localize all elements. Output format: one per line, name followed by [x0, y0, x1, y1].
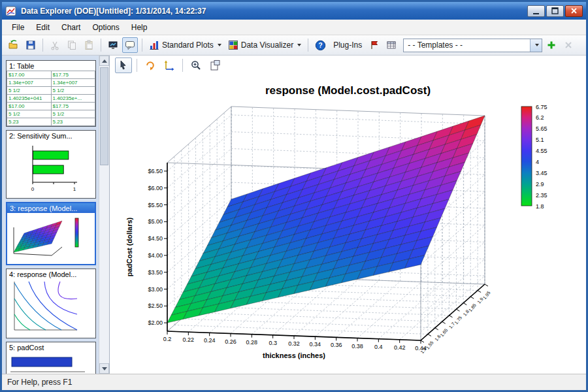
thumbnail-response-contour[interactable]: 4: response (Model...	[6, 269, 96, 338]
thumbnail-sensitivity[interactable]: 2: Sensitivity Sum... 01	[6, 130, 96, 199]
svg-text:1.85: 1.85	[468, 302, 477, 312]
menu-help[interactable]: Help	[125, 21, 154, 34]
plugins-label: Plug-Ins	[330, 41, 365, 50]
toolbar: Standard Plots Data Visualizer ? Plug-In…	[2, 35, 586, 56]
copy-button[interactable]	[64, 37, 80, 53]
svg-text:padCost (dollars): padCost (dollars)	[125, 217, 133, 276]
contour-preview-chart	[7, 279, 93, 335]
chart-toolbar	[110, 56, 586, 75]
axes-tool-button[interactable]	[161, 57, 178, 73]
thumbnail-title: 3: response (Model...	[7, 203, 95, 213]
menu-file[interactable]: File	[6, 21, 30, 34]
paste-button[interactable]	[81, 37, 97, 53]
app-icon	[5, 6, 17, 16]
thumbnail-padcost[interactable]: 5: padCost	[6, 342, 96, 374]
menu-options[interactable]: Options	[86, 21, 125, 34]
svg-text:$2.00: $2.00	[148, 319, 163, 326]
comment-toggle-button[interactable]	[122, 37, 138, 53]
remove-template-button[interactable]	[561, 37, 576, 53]
svg-text:0.32: 0.32	[288, 340, 300, 347]
flag-icon	[369, 40, 380, 50]
thumbnail-title: 2: Sensitivity Sum...	[7, 131, 95, 140]
toolbar-separator	[137, 59, 137, 72]
svg-text:0.22: 0.22	[183, 336, 195, 343]
templates-combobox[interactable]: - - Templates - -	[403, 39, 542, 52]
arrow-up-icon	[102, 59, 107, 63]
svg-text:thickness (inches): thickness (inches)	[263, 351, 325, 359]
svg-text:1.8: 1.8	[536, 203, 544, 210]
plot-title: response (Model.cost.padCost)	[110, 84, 586, 97]
open-button[interactable]	[6, 37, 22, 53]
zoom-icon	[190, 59, 202, 71]
menu-edit[interactable]: Edit	[30, 21, 56, 34]
zoom-button[interactable]	[188, 57, 204, 73]
svg-text:0.3: 0.3	[269, 340, 277, 346]
table-cell: 5 1/2	[7, 87, 52, 95]
thumbnail-scrollbar[interactable]	[99, 56, 109, 374]
thumbnail-title: 1: Table	[7, 61, 95, 71]
plugin-grid-button[interactable]	[384, 37, 399, 53]
svg-text:?: ?	[318, 41, 322, 49]
svg-text:$4.00: $4.00	[148, 252, 163, 259]
templates-dropdown-button[interactable]	[530, 39, 542, 52]
scroll-down-button[interactable]	[99, 363, 109, 374]
svg-text:1.75: 1.75	[453, 315, 463, 325]
refresh-button[interactable]	[142, 57, 159, 73]
plugin-flag-button[interactable]	[367, 37, 382, 53]
layout-button[interactable]	[206, 57, 223, 73]
surface-plot[interactable]: $2.00$2.50$3.00$3.50$4.00$4.50$5.00$5.50…	[112, 99, 531, 368]
svg-text:$4.50: $4.50	[148, 235, 163, 242]
report-view-button[interactable]	[105, 37, 121, 53]
table-cell: 1.34e+007	[51, 79, 95, 87]
standard-plots-label: Standard Plots	[162, 41, 214, 50]
axes-icon	[163, 59, 175, 71]
svg-text:3.45: 3.45	[536, 170, 547, 176]
standard-plots-button[interactable]: Standard Plots	[146, 37, 224, 53]
table-cell: 5 1/2	[51, 87, 95, 95]
table-cell: $17.75	[51, 71, 95, 79]
close-button[interactable]	[565, 5, 583, 17]
svg-text:$5.50: $5.50	[148, 202, 163, 208]
table-cell: 5.23	[7, 118, 52, 126]
add-template-button[interactable]	[544, 37, 559, 53]
status-text: For Help, press F1	[7, 378, 72, 387]
svg-text:4: 4	[536, 159, 539, 165]
scroll-up-button[interactable]	[99, 56, 109, 66]
scrollbar-thumb[interactable]	[100, 67, 108, 165]
svg-text:$6.00: $6.00	[148, 185, 163, 191]
titlebar: Data Explorer (DOE)[Untitled]: 1/31/2014…	[2, 2, 586, 20]
svg-text:5.65: 5.65	[536, 125, 547, 132]
svg-text:0.4: 0.4	[374, 344, 383, 350]
thumbnail-table[interactable]: 1: Table $17.00$17.751.34e+0071.34e+0075…	[6, 60, 96, 127]
help-button[interactable]: ?	[312, 37, 329, 53]
data-visualizer-button[interactable]: Data Visualizer	[225, 37, 304, 53]
minimize-button[interactable]	[527, 5, 545, 17]
scrollbar-track[interactable]	[99, 66, 109, 363]
menu-chart[interactable]: Chart	[56, 21, 86, 34]
menubar: File Edit Chart Options Help	[2, 20, 586, 35]
table-cell: $17.00	[7, 103, 52, 110]
svg-text:1.55: 1.55	[425, 340, 434, 350]
remove-icon	[563, 40, 574, 50]
table-cell: 5 1/2	[51, 110, 95, 118]
pointer-tool-button[interactable]	[115, 57, 132, 73]
svg-text:0.28: 0.28	[246, 339, 258, 346]
table-cell: 1.34e+007	[7, 79, 52, 87]
save-button[interactable]	[23, 37, 39, 53]
color-legend: 6.756.25.655.14.5543.452.92.351.8	[519, 103, 560, 215]
svg-text:2.9: 2.9	[536, 181, 544, 188]
cut-button[interactable]	[47, 37, 63, 53]
svg-text:6.75: 6.75	[536, 104, 547, 110]
maximize-button[interactable]	[546, 5, 564, 17]
table-cell: 5.23	[51, 118, 95, 126]
svg-text:$6.50: $6.50	[148, 168, 163, 174]
data-visualizer-icon	[228, 40, 238, 50]
app-window: Data Explorer (DOE)[Untitled]: 1/31/2014…	[0, 0, 588, 392]
table-cell: 1.40235e+...	[51, 95, 95, 103]
thumbnail-response-surface[interactable]: 3: response (Model...	[6, 202, 96, 265]
refresh-icon	[144, 59, 156, 71]
thumbnail-title: 4: response (Model...	[7, 269, 95, 279]
svg-text:4.55: 4.55	[536, 148, 547, 154]
data-visualizer-label: Data Visualizer	[241, 41, 293, 50]
svg-text:1.65: 1.65	[440, 328, 449, 338]
